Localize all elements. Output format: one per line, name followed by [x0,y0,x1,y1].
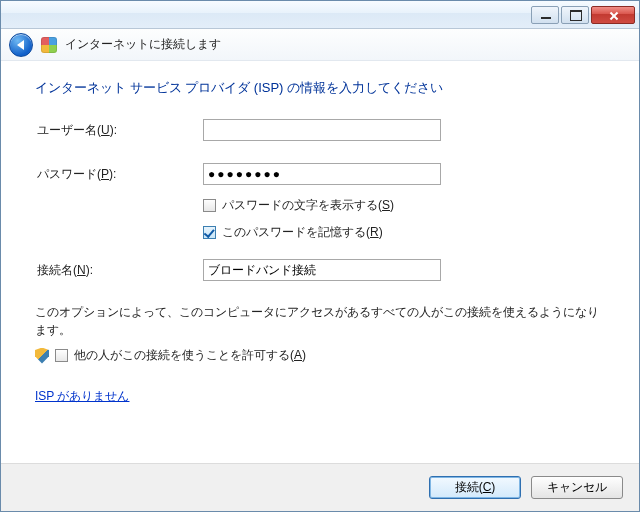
window-minimize-button[interactable] [531,6,559,24]
show-password-label: パスワードの文字を表示する(S) [222,197,394,214]
allow-others-checkbox[interactable] [55,349,68,362]
back-button[interactable] [9,33,33,57]
allow-description: このオプションによって、このコンピュータにアクセスがあるすべての人がこの接続を使… [35,303,605,339]
show-password-row[interactable]: パスワードの文字を表示する(S) [203,197,605,214]
row-connection-name: 接続名(N): [35,259,605,281]
remember-password-row[interactable]: このパスワードを記憶する(R) [203,224,605,241]
username-input[interactable] [203,119,441,141]
cancel-button[interactable]: キャンセル [531,476,623,499]
dialog-footer: 接続(C) キャンセル [1,463,639,511]
connection-name-label: 接続名(N): [35,262,203,279]
titlebar [1,1,639,29]
page-heading: インターネット サービス プロバイダ (ISP) の情報を入力してください [35,79,605,97]
wizard-title: インターネットに接続します [65,36,221,53]
username-label: ユーザー名(U): [35,122,203,139]
remember-password-checkbox[interactable] [203,226,216,239]
allow-others-row[interactable]: 他の人がこの接続を使うことを許可する(A) [35,347,605,364]
no-isp-link[interactable]: ISP がありません [35,389,129,403]
remember-password-label: このパスワードを記憶する(R) [222,224,383,241]
show-password-checkbox[interactable] [203,199,216,212]
connect-button[interactable]: 接続(C) [429,476,521,499]
network-icon [41,37,57,53]
password-input[interactable] [203,163,441,185]
password-options: パスワードの文字を表示する(S) このパスワードを記憶する(R) [203,197,605,241]
back-arrow-icon [17,40,24,50]
connection-name-input[interactable] [203,259,441,281]
window-maximize-button[interactable] [561,6,589,24]
row-username: ユーザー名(U): [35,119,605,141]
wizard-header: インターネットに接続します [1,29,639,61]
allow-others-label: 他の人がこの接続を使うことを許可する(A) [74,347,306,364]
window-close-button[interactable] [591,6,635,24]
row-password: パスワード(P): [35,163,605,185]
content-area: インターネット サービス プロバイダ (ISP) の情報を入力してください ユー… [1,61,639,463]
no-isp-link-row: ISP がありません [35,388,605,405]
uac-shield-icon [35,348,49,364]
password-label: パスワード(P): [35,166,203,183]
